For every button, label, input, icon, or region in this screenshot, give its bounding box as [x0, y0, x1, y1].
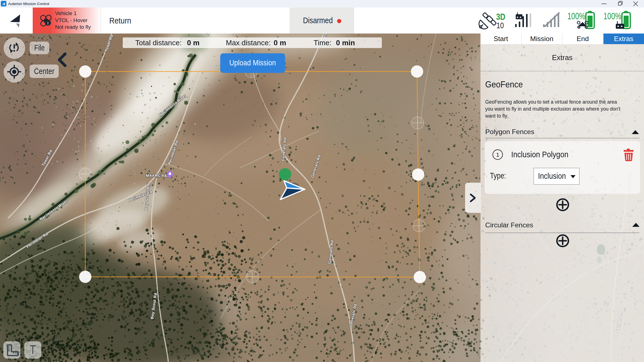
svg-text:!: !: [47, 21, 49, 25]
